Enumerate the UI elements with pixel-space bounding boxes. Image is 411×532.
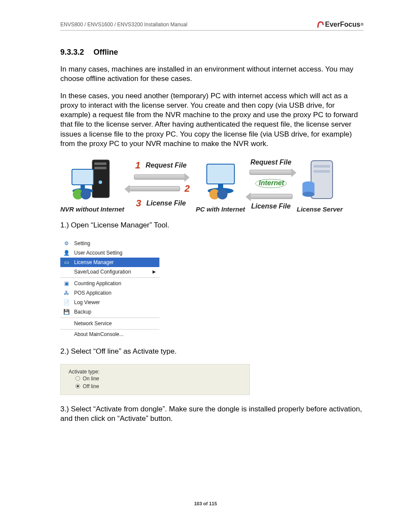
context-menu: ⚙ Setting 👤 User Account Setting ▭ Licen… [60,238,159,339]
flow-left: 1 Request File 2 3 License File [128,160,191,209]
step-2: 2.) Select “Off line” as Activate type. [60,347,364,356]
blank-icon [63,331,70,338]
step-3: 3.) Select “Activate from dongle”. Make … [60,404,364,423]
paragraph-1: In many cases, machines are installed in… [60,65,364,84]
gear-icon: ⚙ [63,240,70,247]
page-header: ENVS800 / ENVS1600 / ENVS3200 Installati… [60,21,364,31]
activate-type-panel: Activate type: On line Off line [60,364,250,395]
svg-point-20 [302,192,314,197]
section-number: 9.3.3.2 [60,48,84,57]
offline-flow-diagram: NVR without Internet 1 Request File 2 3 … [60,156,364,213]
user-icon: 👤 [63,249,70,256]
step-1: 1.) Open “License Manager” Tool. [60,221,364,230]
node-nvr: NVR without Internet [60,156,124,213]
menu-item-network[interactable]: Network Service [60,319,159,328]
section-title: Offline [93,48,118,57]
backup-icon: 💾 [63,308,70,315]
computer-monitor-icon [199,156,242,204]
svg-point-8 [81,189,91,199]
blank-icon [63,268,70,275]
computer-tower-icon [68,156,116,204]
svg-rect-17 [314,170,330,173]
label-license-2: License File [251,202,291,210]
menu-item-setting[interactable]: ⚙ Setting [60,239,159,248]
manual-title: ENVS800 / ENVS1600 / ENVS3200 Installati… [60,22,187,28]
node-pc: PC with Internet [196,156,245,213]
radio-offline[interactable]: Off line [75,383,243,390]
svg-rect-4 [72,169,93,185]
section-heading: 9.3.3.2 Offline [60,48,364,57]
key-icon: ▭ [63,259,70,266]
menu-item-log-viewer[interactable]: 📄 Log Viewer [60,298,159,307]
arrow-left-icon [128,186,180,191]
svg-rect-2 [94,167,106,169]
blank-icon [63,320,70,327]
svg-rect-9 [207,164,234,184]
label-license-1: License File [146,199,186,207]
menu-item-user-account[interactable]: 👤 User Account Setting [60,248,159,258]
svg-rect-1 [94,162,106,165]
menu-item-license-manager[interactable]: ▭ License Manager [60,258,159,267]
menu-item-backup[interactable]: 💾 Backup [60,307,159,317]
step-number-1: 1 [134,160,142,171]
server-icon [298,156,341,204]
activate-type-label: Activate type: [68,369,243,375]
arrow-right-icon [249,170,293,175]
step-number-3: 3 [134,198,143,209]
everfocus-icon [317,21,324,28]
counting-icon: ▣ [63,280,70,287]
svg-rect-16 [314,165,330,168]
node-server: License Server [297,156,343,213]
radio-icon [75,376,80,381]
pos-icon: 🖧 [63,289,70,296]
label-request-2: Request File [250,159,291,166]
arrow-right-icon [134,174,186,180]
step-number-2: 2 [183,183,191,194]
svg-point-3 [99,180,102,184]
menu-item-counting[interactable]: ▣ Counting Application [60,279,159,288]
brand-logo: EverFocus® [317,21,364,28]
paragraph-2: In these cases, you need another (tempor… [60,91,364,149]
flow-right: Request File Internet License File [249,159,293,210]
menu-item-about[interactable]: About MainConsole... [60,330,159,339]
label-internet: Internet [259,179,284,187]
radio-selected-icon [75,384,80,389]
menu-item-pos[interactable]: 🖧 POS Application [60,288,159,298]
svg-point-13 [217,189,227,199]
radio-online[interactable]: On line [75,375,243,383]
log-icon: 📄 [63,299,70,306]
arrow-left-icon [249,194,293,199]
svg-rect-0 [92,160,109,198]
label-request-1: Request File [146,162,187,169]
page-number: 103 of 115 [0,501,411,506]
menu-item-save-load[interactable]: Save/Load Configuration ▶ [60,267,159,277]
chevron-right-icon: ▶ [153,269,156,274]
